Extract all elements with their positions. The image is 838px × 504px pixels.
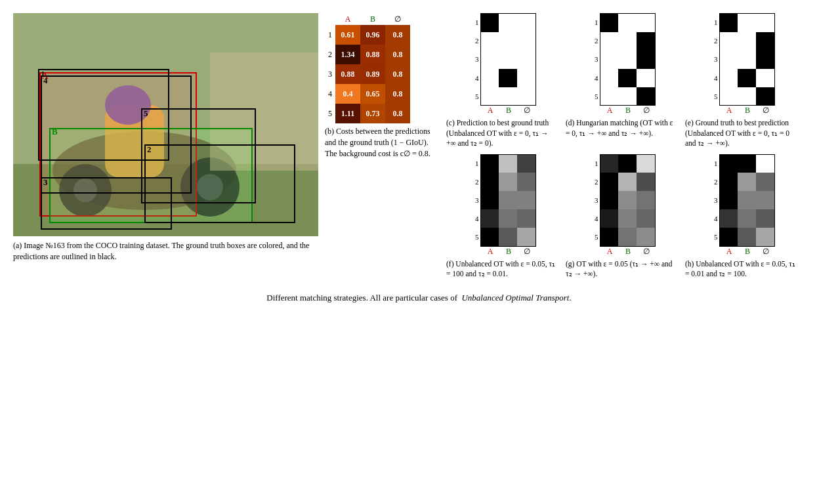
grid-cell-c-2-2 (517, 51, 535, 69)
grid-cell-h-4-0 (719, 228, 738, 246)
grid-cell-c-1-0 (480, 32, 499, 51)
grid-row-label-f-4: 4 (469, 209, 479, 228)
cost-cell-0-2: 0.8 (385, 25, 410, 45)
grid-cell-f-4-0 (480, 228, 499, 246)
grid-cell-d-2-0 (600, 51, 618, 69)
grid-table-g (600, 154, 656, 247)
grid-cell-d-0-0 (600, 14, 618, 32)
grid-cell-h-4-2 (756, 228, 774, 246)
grid-cell-g-4-2 (637, 228, 655, 246)
grid-cell-e-4-2 (756, 87, 774, 106)
grid-cell-g-3-0 (600, 209, 618, 228)
cost-cell-4-1: 0.73 (360, 104, 385, 123)
grid-cell-c-3-0 (480, 69, 499, 87)
grid-cell-d-1-1 (618, 32, 637, 51)
grid-cell-e-1-1 (738, 32, 756, 51)
grid-cell-e-1-0 (719, 32, 738, 51)
cost-caption: (b) Costs between the predictions and th… (325, 126, 440, 159)
grid-row-label-d-4: 4 (588, 69, 598, 87)
grid-cell-e-0-1 (738, 14, 756, 32)
grid-cell-f-3-2 (517, 209, 535, 228)
grid-cell-h-2-0 (719, 191, 738, 209)
grid-cell-e-3-1 (738, 69, 756, 87)
grid-cell-h-0-2 (756, 154, 774, 173)
grid-caption-h: (h) Unbalanced OT with ε = 0.05, τ₁ = 0.… (685, 259, 797, 280)
grid-col-label-g-∅: ∅ (637, 247, 656, 257)
grid-cell-g-1-2 (637, 173, 655, 191)
grid-cell-f-0-2 (517, 154, 535, 173)
grid-cell-g-4-1 (618, 228, 637, 246)
grid-col-label-f-∅: ∅ (518, 247, 536, 257)
image-caption: (a) Image №163 from the COCO training da… (13, 240, 318, 262)
grid-row-label-c-1: 1 (469, 13, 479, 32)
grid-item-f: 12345AB∅(f) Unbalanced OT with ε = 0.05,… (446, 154, 558, 280)
cost-section: AB∅10.610.960.821.340.880.830.880.890.84… (325, 13, 440, 159)
grid-cell-e-0-0 (719, 14, 738, 32)
cost-row-label-1: 1 (325, 25, 335, 45)
grid-row-label-c-5: 5 (469, 87, 479, 106)
grid-row-label-c-4: 4 (469, 69, 479, 87)
grid-row-label-g-5: 5 (588, 228, 598, 246)
cost-row-label-3: 3 (325, 64, 335, 84)
grid-col-labels-d: AB∅ (587, 106, 656, 116)
bottom-caption-text: Different matching strategies. All are p… (266, 293, 459, 303)
grid-table-c (480, 13, 536, 106)
grid-row-label-g-3: 3 (588, 191, 598, 209)
grid-cell-d-4-0 (600, 87, 618, 106)
grid-cell-d-3-1 (618, 69, 637, 87)
grid-table-h (719, 154, 775, 247)
grid-row-label-e-1: 1 (707, 13, 718, 32)
grid-col-label-c-∅: ∅ (518, 106, 536, 116)
grid-wrapper-f: 12345 (469, 154, 536, 247)
grid-col-labels-g: AB∅ (587, 247, 656, 257)
grid-cell-h-3-0 (719, 209, 738, 228)
grid-row-label-h-1: 1 (707, 154, 718, 173)
cost-cell-4-0: 1.11 (335, 104, 360, 123)
image-section: A B 1 2 3 4 5 (a) Image №163 from the (13, 13, 318, 262)
grid-cell-d-0-1 (618, 14, 637, 32)
cost-matrix-table: AB∅10.610.960.821.340.880.830.880.890.84… (325, 13, 410, 123)
cost-col-label-∅: ∅ (385, 13, 410, 25)
grid-cell-c-3-1 (499, 69, 517, 87)
grid-cell-f-0-1 (499, 154, 517, 173)
grid-cell-h-0-1 (738, 154, 756, 173)
grid-row-label-e-2: 2 (707, 32, 718, 50)
grid-cell-e-3-2 (756, 69, 774, 87)
grid-row-label-e-3: 3 (707, 50, 718, 68)
grid-caption-e: (e) Ground truth to best prediction (Unb… (685, 118, 797, 149)
grid-col-labels-h: AB∅ (707, 247, 775, 257)
grid-col-label-f-B: B (499, 247, 518, 257)
grid-row-label-d-2: 2 (588, 32, 598, 50)
cost-row-label-4: 4 (325, 84, 335, 104)
grid-cell-d-4-2 (637, 87, 655, 106)
grid-cell-h-0-0 (719, 154, 738, 173)
grid-cell-f-2-2 (517, 191, 535, 209)
grid-cell-c-4-1 (499, 87, 517, 106)
grid-item-e: 12345AB∅(e) Ground truth to best predict… (685, 13, 797, 149)
bottom-caption-italic: Unbalanced Optimal Transport (461, 293, 569, 303)
grid-row-label-g-1: 1 (588, 154, 598, 173)
grid-caption-d: (d) Hungarian matching (OT with ε = 0, τ… (566, 118, 677, 138)
grid-cell-f-2-1 (499, 191, 517, 209)
grid-cell-d-0-2 (637, 14, 655, 32)
grid-cell-f-0-0 (480, 154, 499, 173)
grid-col-label-c-B: B (499, 106, 518, 116)
grid-caption-c: (c) Prediction to best ground truth (Unb… (446, 118, 558, 149)
grid-cell-f-1-2 (517, 173, 535, 191)
grid-cell-g-3-2 (637, 209, 655, 228)
cost-cell-1-2: 0.8 (385, 45, 410, 64)
grid-wrapper-d: 12345 (588, 13, 656, 106)
grid-col-label-d-A: A (600, 106, 619, 116)
grid-cell-h-2-2 (756, 191, 774, 209)
grid-cell-e-2-0 (719, 51, 738, 69)
grid-row-label-h-2: 2 (707, 173, 718, 191)
grid-row-label-d-3: 3 (588, 50, 598, 68)
grids-section: 12345AB∅(c) Prediction to best ground tr… (446, 13, 825, 280)
grid-item-h: 12345AB∅(h) Unbalanced OT with ε = 0.05,… (685, 154, 797, 280)
grid-cell-e-4-0 (719, 87, 738, 106)
grid-cell-g-1-0 (600, 173, 618, 191)
grid-cell-e-4-1 (738, 87, 756, 106)
grid-col-label-e-B: B (738, 106, 757, 116)
grid-cell-g-0-2 (637, 154, 655, 173)
grid-col-label-g-B: B (619, 247, 637, 257)
